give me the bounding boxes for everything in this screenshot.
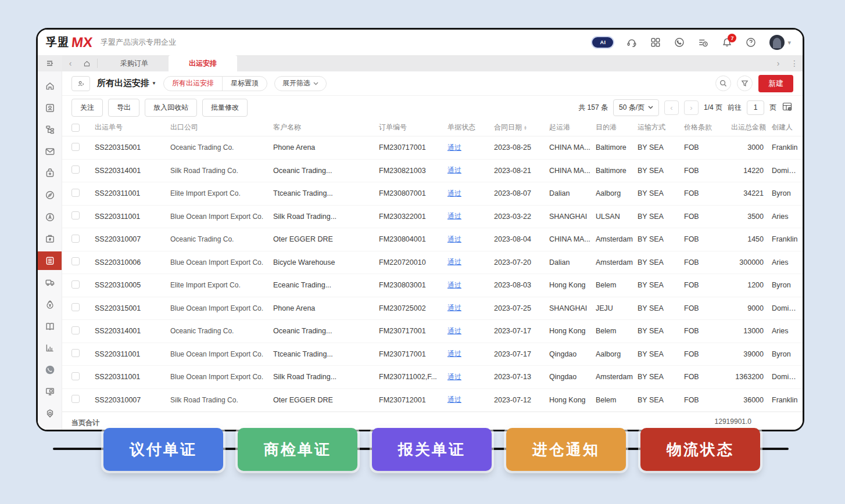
col-order-no[interactable]: 订单编号 <box>379 123 447 132</box>
search-icon[interactable] <box>715 75 731 91</box>
persona-filter-icon[interactable] <box>71 76 90 91</box>
col-pol[interactable]: 起运港 <box>549 123 596 132</box>
sidebar-item-contacts[interactable] <box>38 99 62 117</box>
column-settings-icon[interactable] <box>782 101 793 114</box>
sidebar-item-shipping-documents[interactable] <box>38 251 62 270</box>
status-link[interactable]: 通过 <box>447 166 461 174</box>
back-chevron-icon[interactable]: ‹ <box>62 55 78 71</box>
home-tab-icon[interactable] <box>78 55 95 71</box>
row-checkbox[interactable] <box>71 257 80 265</box>
table-row[interactable]: SS220310007 Oceanic Trading Co. Oter EGG… <box>62 228 803 251</box>
table-row[interactable]: SS220315001 Oceanic Trading Co. Phone Ar… <box>62 136 803 160</box>
ai-assistant-icon[interactable]: AI <box>592 37 613 48</box>
sidebar-item-logistics-truck[interactable] <box>38 273 62 291</box>
table-row[interactable]: SS220311001 Blue Ocean Import Export Co.… <box>62 206 803 229</box>
sidebar-item-reports-chart[interactable] <box>38 339 62 357</box>
sidebar-item-compass[interactable] <box>38 186 62 204</box>
sidebar-item-settings-gear[interactable] <box>38 404 62 423</box>
status-link[interactable]: 通过 <box>447 350 461 358</box>
table-row[interactable]: SS220310005 Elite Import Export Co. Ecea… <box>62 274 803 297</box>
status-link[interactable]: 通过 <box>447 327 461 335</box>
status-link[interactable]: 通过 <box>447 395 461 404</box>
kebab-menu-icon[interactable]: ⋮ <box>786 55 803 71</box>
sidebar-item-finance-moneybag[interactable] <box>38 295 62 314</box>
row-checkbox[interactable] <box>71 349 80 357</box>
headset-support-icon[interactable] <box>626 37 637 48</box>
row-checkbox[interactable] <box>71 235 80 243</box>
sidebar-item-home[interactable] <box>38 77 62 95</box>
tab-shipping-arrangement[interactable]: 出运安排 <box>169 55 237 71</box>
pill-all-shipments[interactable]: 所有出运安排 <box>164 77 222 91</box>
status-link[interactable]: 通过 <box>447 189 461 197</box>
sidebar-item-whatsapp[interactable] <box>38 361 62 379</box>
export-button[interactable]: 导出 <box>108 99 139 117</box>
row-checkbox[interactable] <box>71 211 80 219</box>
table-row[interactable]: SS220310007 Silk Road Trading Co. Oter E… <box>62 389 803 412</box>
table-row[interactable]: SS220311001 Blue Ocean Import Export Co.… <box>62 366 803 389</box>
table-row[interactable]: SS220310006 Blue Ocean Import Export Co.… <box>62 251 803 275</box>
flow-button[interactable]: 议付单证 <box>103 428 223 471</box>
batch-edit-button[interactable]: 批量修改 <box>202 99 248 117</box>
col-transport[interactable]: 运输方式 <box>638 123 684 132</box>
row-checkbox[interactable] <box>71 303 80 311</box>
status-link[interactable]: 通过 <box>447 304 461 312</box>
task-history-icon[interactable] <box>698 37 708 48</box>
flow-button[interactable]: 商检单证 <box>238 428 357 471</box>
flow-button[interactable]: 进仓通知 <box>506 428 626 471</box>
avatar[interactable] <box>769 35 785 50</box>
recycle-bin-button[interactable]: 放入回收站 <box>145 99 197 117</box>
table-row[interactable]: SS220311001 Blue Ocean Import Export Co.… <box>62 343 803 366</box>
sidebar-item-marketing[interactable] <box>38 208 62 226</box>
status-link[interactable]: 通过 <box>447 212 461 220</box>
sidebar-item-business-briefcase[interactable] <box>38 229 62 248</box>
sidebar-collapse-menu-icon[interactable] <box>38 55 62 71</box>
table-row[interactable]: SS220314001 Oceanic Trading Co. Oceanic … <box>62 320 803 343</box>
col-terms[interactable]: 价格条款 <box>684 123 725 132</box>
new-button[interactable]: 新建 <box>758 75 793 92</box>
status-link[interactable]: 通过 <box>447 373 461 381</box>
apps-grid-icon[interactable] <box>650 37 661 48</box>
row-checkbox[interactable] <box>71 165 80 174</box>
col-amount[interactable]: 出运总金额 <box>725 123 766 132</box>
tab-purchase-orders[interactable]: 采购订单 <box>100 55 169 71</box>
row-checkbox[interactable] <box>71 326 80 334</box>
forward-chevron-icon[interactable]: › <box>770 55 786 71</box>
row-checkbox[interactable] <box>71 372 80 380</box>
sort-icon[interactable]: ▲▼ <box>524 125 527 130</box>
status-link[interactable]: 通过 <box>447 281 461 289</box>
status-link[interactable]: 通过 <box>447 235 461 243</box>
prev-page-button[interactable]: ‹ <box>664 100 679 115</box>
sidebar-item-products[interactable] <box>38 164 62 182</box>
expand-filter-button[interactable]: 展开筛选 <box>274 76 327 91</box>
bell-notifications-icon[interactable]: 7 <box>722 37 732 48</box>
status-link[interactable]: 通过 <box>447 258 461 266</box>
whatsapp-icon[interactable] <box>674 37 685 48</box>
user-menu[interactable]: ▾ <box>769 35 791 50</box>
follow-button[interactable]: 关注 <box>71 99 103 117</box>
col-contract-date[interactable]: 合同日期 ▲▼ <box>494 123 549 132</box>
page-size-select[interactable]: 50 条/页 <box>613 99 659 116</box>
col-creator[interactable]: 创建人 <box>766 123 803 132</box>
help-icon[interactable] <box>746 37 756 48</box>
flow-button[interactable]: 报关单证 <box>372 428 492 471</box>
sidebar-item-ledger-book[interactable] <box>38 317 62 336</box>
pill-starred-top[interactable]: 星标置顶 <box>222 77 267 91</box>
col-status[interactable]: 单据状态 <box>447 123 494 132</box>
table-row[interactable]: SS220311001 Elite Import Export Co. Ttce… <box>62 182 803 206</box>
goto-page-input[interactable] <box>747 100 764 115</box>
view-dropdown[interactable]: 所有出运安排 ▼ <box>97 78 156 89</box>
funnel-filter-icon[interactable] <box>737 75 753 91</box>
row-checkbox[interactable] <box>71 280 80 289</box>
sidebar-item-org-structure[interactable] <box>38 120 62 139</box>
row-checkbox[interactable] <box>71 189 80 197</box>
sidebar-item-mail[interactable] <box>38 142 62 161</box>
col-customer[interactable]: 客户名称 <box>273 123 379 132</box>
col-pod[interactable]: 目的港 <box>596 123 638 132</box>
flow-button[interactable]: 物流状态 <box>640 428 760 471</box>
row-checkbox[interactable] <box>71 395 80 403</box>
next-page-button[interactable]: › <box>684 100 699 115</box>
table-row[interactable]: SS220314001 Silk Road Trading Co. Oceani… <box>62 160 803 183</box>
select-all-checkbox[interactable] <box>71 124 80 132</box>
sidebar-item-workbench-monitor[interactable] <box>38 382 62 401</box>
col-export-company[interactable]: 出口公司 <box>170 123 273 132</box>
